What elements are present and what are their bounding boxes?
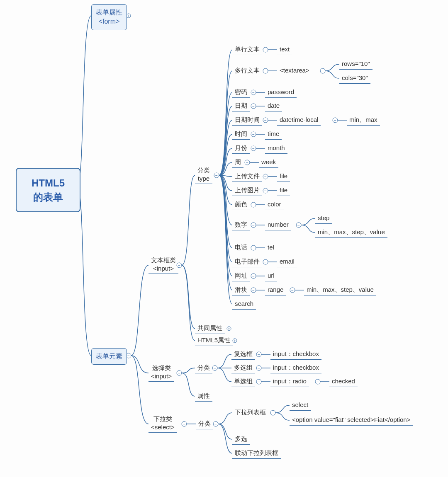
node-textarea-cols[interactable]: cols="30" <box>339 73 370 84</box>
node-image-val[interactable]: file <box>277 185 290 196</box>
node-range-val[interactable]: range <box>265 285 286 295</box>
svg-text:−: − <box>258 366 260 370</box>
node-radio-label[interactable]: 单选组 <box>231 376 255 387</box>
svg-text:−: − <box>252 223 255 228</box>
svg-point-54 <box>212 366 217 370</box>
node-choice-attr[interactable]: 属性 <box>195 391 212 402</box>
node-select-type[interactable]: 分类 <box>196 419 213 429</box>
svg-point-64 <box>182 421 187 426</box>
node-email-val[interactable]: email <box>277 257 297 267</box>
select-l1: 下拉类 <box>153 415 172 422</box>
node-datetime-val[interactable]: datetime-local <box>277 115 321 126</box>
node-email-label[interactable]: 电子邮件 <box>232 257 262 267</box>
svg-text:−: − <box>272 411 274 415</box>
svg-point-14 <box>251 90 256 95</box>
svg-point-58 <box>256 366 261 370</box>
mindmap-canvas: + − − − − − − − − − − − − − − − − <box>0 0 448 477</box>
node-textbox-input[interactable]: 文本框类 <input> <box>149 255 178 274</box>
node-color-val[interactable]: color <box>265 199 284 210</box>
svg-point-40 <box>263 259 268 264</box>
node-date-val[interactable]: date <box>265 101 282 111</box>
node-multi-select[interactable]: 多选 <box>232 434 250 445</box>
node-textarea-rows[interactable]: rows="10" <box>339 59 373 70</box>
node-checkbox-val[interactable]: input：checkbox <box>270 349 321 360</box>
node-radio-checked[interactable]: checked <box>329 376 358 387</box>
svg-point-28 <box>263 174 268 179</box>
node-file-label[interactable]: 上传文件 <box>232 171 262 182</box>
node-datetime-label[interactable]: 日期时间 <box>232 115 262 126</box>
node-type[interactable]: 分类 type <box>195 165 212 184</box>
svg-point-18 <box>263 118 268 123</box>
node-file-val[interactable]: file <box>277 171 290 182</box>
node-datetime-minmax[interactable]: min、max <box>347 115 380 126</box>
svg-point-8 <box>263 47 268 52</box>
node-choice-input[interactable]: 选择类 <input> <box>149 363 174 382</box>
node-multi-label[interactable]: 多选组 <box>231 363 255 373</box>
node-tel-label[interactable]: 电话 <box>232 242 250 253</box>
svg-point-0 <box>127 14 131 18</box>
node-checkbox-label[interactable]: 复选框 <box>231 349 255 360</box>
node-number-step[interactable]: step <box>315 213 332 224</box>
node-search[interactable]: search <box>232 299 256 310</box>
node-dropdown-option[interactable]: <option value="fiat" selected>Fiat</opti… <box>290 415 413 426</box>
svg-point-36 <box>296 223 301 228</box>
node-html5-attr[interactable]: HTML5属性 <box>195 335 233 346</box>
node-week-label[interactable]: 周 <box>232 157 243 168</box>
node-text-val[interactable]: text <box>277 44 292 55</box>
node-multi-val[interactable]: input：checkbox <box>270 363 321 373</box>
node-number-val[interactable]: number <box>265 220 291 230</box>
node-week-val[interactable]: week <box>259 157 278 168</box>
node-month-label[interactable]: 月份 <box>232 143 250 154</box>
node-common-attr[interactable]: 共同属性 <box>195 323 225 334</box>
node-date-label[interactable]: 日期 <box>232 101 250 111</box>
svg-text:+: + <box>127 14 130 18</box>
node-image-label[interactable]: 上传图片 <box>232 185 262 196</box>
svg-text:−: − <box>178 371 180 375</box>
svg-text:−: − <box>252 132 255 137</box>
node-form-attr[interactable]: 表单属性 <form> <box>91 4 127 30</box>
node-number-label[interactable]: 数字 <box>232 220 250 230</box>
svg-text:−: − <box>334 118 336 123</box>
node-color-label[interactable]: 颜色 <box>232 199 250 210</box>
node-password-val[interactable]: password <box>265 87 297 98</box>
node-linked-select[interactable]: 联动下拉列表框 <box>232 448 281 459</box>
node-number-minmax[interactable]: min、max、step、value <box>315 227 387 238</box>
node-time-val[interactable]: time <box>265 129 282 140</box>
svg-text:+: + <box>234 339 236 343</box>
node-choice-type[interactable]: 分类 <box>195 363 212 373</box>
root-node[interactable]: HTML5 的表单 <box>16 168 80 212</box>
node-range-label[interactable]: 滑块 <box>232 285 250 295</box>
svg-text:−: − <box>246 160 248 165</box>
svg-text:−: − <box>252 104 255 109</box>
node-dropdown-label[interactable]: 下拉列表框 <box>232 407 268 418</box>
node-textarea-val[interactable]: <textarea> <box>277 65 312 76</box>
svg-text:−: − <box>264 174 267 179</box>
choice-l2: <input> <box>151 373 172 380</box>
node-url-label[interactable]: 网址 <box>232 271 250 281</box>
svg-text:−: − <box>215 173 218 178</box>
form-attr-l1: 表单属性 <box>96 9 122 16</box>
node-tel-val[interactable]: tel <box>265 242 277 253</box>
node-text-label[interactable]: 单行文本 <box>232 44 262 55</box>
svg-text:−: − <box>127 354 130 358</box>
root-line2: 的表单 <box>33 191 63 203</box>
node-url-val[interactable]: url <box>265 271 277 281</box>
node-month-val[interactable]: month <box>265 143 287 154</box>
node-radio-val[interactable]: input：radio <box>270 376 309 387</box>
node-password-label[interactable]: 密码 <box>232 87 250 98</box>
form-elem-label: 表单元素 <box>96 353 122 360</box>
svg-point-6 <box>214 173 219 178</box>
node-select[interactable]: 下拉类 <select> <box>149 414 177 433</box>
node-dropdown-select[interactable]: select <box>290 400 311 411</box>
svg-text:−: − <box>252 146 255 151</box>
node-time-label[interactable]: 时间 <box>232 129 250 140</box>
svg-point-34 <box>251 223 256 228</box>
svg-point-66 <box>213 421 218 426</box>
node-textarea-label[interactable]: 多行文本 <box>232 65 262 76</box>
node-range-minmax[interactable]: min、max、step、value <box>304 285 376 295</box>
node-form-elements[interactable]: 表单元素 <box>91 348 127 365</box>
svg-text:−: − <box>252 246 255 250</box>
svg-point-26 <box>245 160 250 165</box>
svg-text:−: − <box>317 380 319 384</box>
svg-point-38 <box>251 245 256 250</box>
